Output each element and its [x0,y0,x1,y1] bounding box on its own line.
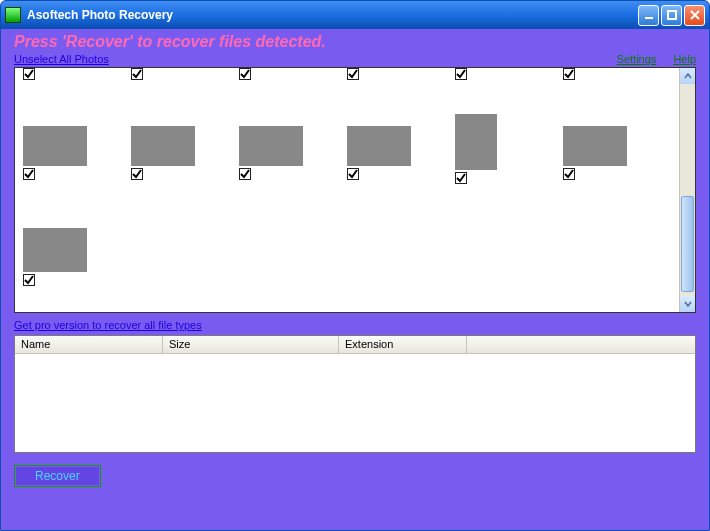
thumb-cell [563,126,671,185]
thumb-cell [23,228,131,287]
photo-thumbnail[interactable] [563,126,627,166]
app-icon [5,7,21,23]
scroll-thumb[interactable] [681,196,694,292]
minimize-button[interactable] [638,5,659,26]
svg-rect-1 [668,11,676,19]
vertical-scrollbar[interactable] [679,68,695,312]
chevron-down-icon [684,300,692,308]
settings-link[interactable]: Settings [617,53,657,65]
photo-checkbox[interactable] [455,68,467,80]
instruction-text: Press 'Recover' to recover files detecte… [14,33,696,51]
close-button[interactable] [684,5,705,26]
thumb-row [23,126,671,185]
thumb-cell [455,126,563,185]
photo-thumbnail[interactable] [455,114,497,170]
pro-version-row: Get pro version to recover all file type… [14,319,696,331]
photo-checkbox[interactable] [23,168,35,180]
photo-checkbox[interactable] [563,168,575,180]
scroll-up-button[interactable] [680,68,695,84]
close-icon [689,9,701,21]
minimize-icon [643,9,655,21]
thumbnails-panel [14,67,696,313]
photo-checkbox[interactable] [131,68,143,80]
photo-checkbox[interactable] [239,168,251,180]
window-buttons [638,5,705,26]
scroll-down-button[interactable] [680,296,695,312]
unselect-all-link[interactable]: Unselect All Photos [14,53,109,65]
svg-rect-0 [645,17,653,19]
photo-checkbox[interactable] [455,172,467,184]
photo-checkbox[interactable] [239,68,251,80]
scroll-track[interactable] [680,84,695,296]
app-window: Asoftech Photo Recovery Press 'Recover' … [0,0,710,531]
photo-thumbnail[interactable] [131,126,195,166]
table-body [15,354,695,452]
photo-checkbox[interactable] [23,274,35,286]
thumbnails-viewport [15,68,679,312]
action-row: Recover [14,465,696,487]
column-header-name[interactable]: Name [15,336,163,353]
titlebar: Asoftech Photo Recovery [1,1,709,29]
photo-thumbnail[interactable] [23,228,87,272]
top-check-row [23,68,671,81]
photo-thumbnail[interactable] [23,126,87,166]
photo-checkbox[interactable] [563,68,575,80]
maximize-button[interactable] [661,5,682,26]
photo-checkbox[interactable] [347,68,359,80]
maximize-icon [666,9,678,21]
right-links: Settings Help [603,53,696,65]
file-table: Name Size Extension [14,335,696,453]
recover-button[interactable]: Recover [14,465,101,487]
links-row: Unselect All Photos Settings Help [14,53,696,65]
column-header-extension[interactable]: Extension [339,336,467,353]
table-header: Name Size Extension [15,336,695,354]
photo-checkbox[interactable] [23,68,35,80]
chevron-up-icon [684,72,692,80]
thumb-cell [23,126,131,185]
thumb-cell [347,126,455,185]
thumb-cell [131,126,239,185]
pro-version-link[interactable]: Get pro version to recover all file type… [14,319,202,331]
window-title: Asoftech Photo Recovery [27,8,638,22]
photo-checkbox[interactable] [131,168,143,180]
thumb-cell [239,126,347,185]
photo-checkbox[interactable] [347,168,359,180]
column-header-size[interactable]: Size [163,336,339,353]
thumb-row [23,228,131,287]
column-header-spacer [467,336,695,353]
help-link[interactable]: Help [673,53,696,65]
photo-thumbnail[interactable] [239,126,303,166]
photo-thumbnail[interactable] [347,126,411,166]
client-area: Press 'Recover' to recover files detecte… [4,29,706,527]
